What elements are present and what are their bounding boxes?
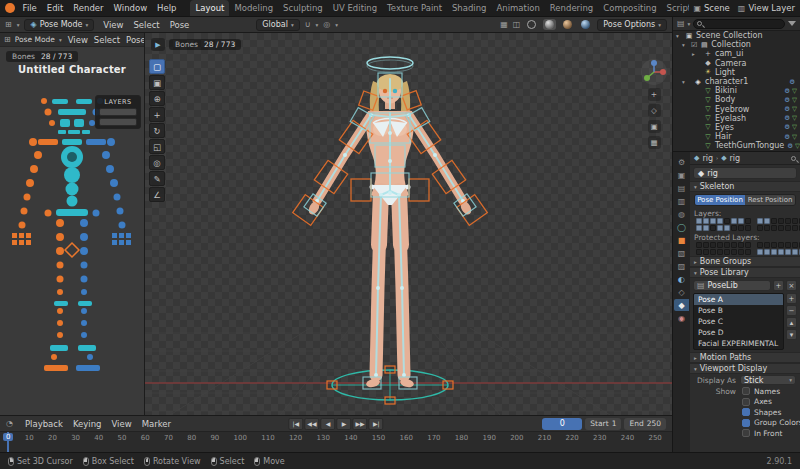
layer-toggle[interactable]	[731, 242, 737, 248]
blender-logo-icon[interactable]	[5, 3, 15, 13]
pose-options-dropdown[interactable]: Pose Options ▾	[597, 19, 667, 31]
view-layer-selector[interactable]: ▥ View Layer	[738, 3, 795, 13]
transport-button[interactable]: ◀◀	[304, 418, 319, 430]
shading-wireframe-button[interactable]	[525, 19, 538, 30]
layer-toggle[interactable]	[710, 242, 716, 248]
layer-toggle[interactable]	[745, 225, 751, 231]
layer-toggle[interactable]	[757, 249, 763, 255]
checkbox[interactable]	[742, 398, 750, 406]
pose-move-up-button[interactable]: ▴	[786, 317, 797, 328]
current-frame-field[interactable]: 0	[542, 418, 582, 430]
rig-panel-menu-item[interactable]: View	[66, 35, 90, 45]
layer-toggle[interactable]	[785, 225, 791, 231]
outliner-row[interactable]: ▽ Eyes ⚙ ▽	[673, 123, 800, 132]
poselib-name-field[interactable]: ▤ PoseLib	[693, 280, 771, 291]
timeline-menu-item[interactable]: Playback	[21, 419, 67, 429]
layer-toggle[interactable]	[764, 249, 770, 255]
transport-button[interactable]: ▶|	[369, 418, 384, 430]
menu-item[interactable]: Render	[69, 3, 107, 13]
tab-view-layer[interactable]: ▥	[674, 195, 689, 207]
modifier-icon[interactable]: ⚙	[787, 142, 793, 150]
layer-toggle[interactable]	[757, 225, 763, 231]
layer-toggle[interactable]	[717, 249, 723, 255]
tool-rotate[interactable]: ↻	[149, 123, 165, 138]
outliner-row[interactable]: ▽ Hair ⚙ ▽	[673, 132, 800, 141]
rig-panel-mode-label[interactable]: Pose Mode	[15, 35, 55, 44]
transport-button[interactable]: |◀	[288, 418, 303, 430]
layer-toggle[interactable]	[717, 218, 723, 224]
layer-toggle[interactable]	[757, 242, 763, 248]
transport-button[interactable]: ▶▶	[353, 418, 368, 430]
outliner-search-input[interactable]	[693, 19, 785, 29]
outliner-editor-icon[interactable]: ▤	[677, 19, 685, 28]
outliner-row[interactable]: ▽ Eyebrow ⚙ ▽	[673, 105, 800, 114]
workspace-tab[interactable]: Modeling	[229, 0, 278, 16]
mesh-data-icon[interactable]: ▽	[792, 96, 797, 104]
tool-measure[interactable]: ∠	[149, 187, 165, 202]
tool-scale[interactable]: ◱	[149, 139, 165, 154]
modifier-icon[interactable]: ⚙	[784, 105, 790, 113]
search-icon[interactable]	[791, 156, 796, 161]
timeline-menu-item[interactable]: Keying	[69, 419, 106, 429]
timeline-menu-item[interactable]: View	[107, 419, 135, 429]
workspace-tab[interactable]: Layout	[190, 0, 229, 16]
tab-constraints[interactable]: ◇	[674, 286, 689, 298]
timeline-editor-icon[interactable]: ◔	[6, 419, 13, 428]
tab-particles[interactable]: ▨	[674, 260, 689, 272]
checkbox[interactable]	[742, 429, 750, 437]
pose-list-item[interactable]: Pose B	[694, 305, 783, 316]
tab-output[interactable]: ▤	[674, 182, 689, 194]
section-bone-groups[interactable]: ▸ Bone Groups	[690, 256, 800, 267]
tool-annotate[interactable]: ✎	[149, 171, 165, 186]
workspace-tab[interactable]: Sculpting	[278, 0, 328, 16]
disclosure-icon[interactable]: ▾	[682, 79, 688, 85]
layer-toggle[interactable]	[696, 225, 702, 231]
disclosure-icon[interactable]: ▾	[682, 42, 688, 48]
snap-magnet-icon[interactable]: ∪	[305, 20, 311, 29]
scene-3d-view[interactable]	[145, 33, 672, 415]
layer-toggle[interactable]	[703, 249, 709, 255]
pose-list-item[interactable]: Pose C	[694, 316, 783, 327]
rig-layer-preset-button[interactable]	[99, 118, 137, 126]
pose-add-button[interactable]: +	[786, 293, 797, 304]
layer-toggle[interactable]	[738, 242, 744, 248]
workspace-tab[interactable]: Texture Paint	[382, 0, 447, 16]
layer-toggle[interactable]	[778, 242, 784, 248]
disclosure-icon[interactable]: ▸	[692, 51, 698, 57]
filter-icon[interactable]	[788, 21, 796, 26]
timeline-menu-item[interactable]: Marker	[138, 419, 175, 429]
mesh-data-icon[interactable]: ▽	[792, 133, 797, 141]
viewport-menu-item[interactable]: View	[99, 20, 127, 30]
pose-mode-mini-icon[interactable]: ▶	[151, 38, 165, 51]
orientation-dropdown[interactable]: Global ▾	[256, 19, 299, 31]
workspace-tab[interactable]: Animation	[492, 0, 545, 16]
layer-toggle[interactable]	[731, 249, 737, 255]
layer-toggle[interactable]	[771, 249, 777, 255]
layer-toggle[interactable]	[703, 242, 709, 248]
layer-toggle[interactable]	[710, 225, 716, 231]
section-pose-library[interactable]: ▾ Pose Library	[690, 267, 800, 278]
start-frame-field[interactable]: Start 1	[585, 418, 621, 430]
perspective-toggle-button[interactable]: ▦	[648, 136, 661, 149]
pose-list-item[interactable]: Pose A	[694, 294, 783, 305]
layer-toggle[interactable]	[738, 225, 744, 231]
workspace-tab[interactable]: UV Editing	[328, 0, 382, 16]
rest-position-button[interactable]: Rest Position	[745, 195, 795, 205]
workspace-tab[interactable]: Scripting	[662, 0, 690, 16]
pose-position-button[interactable]: Pose Position	[695, 195, 745, 205]
workspace-tab[interactable]: Shading	[447, 0, 492, 16]
modifier-icon[interactable]: ⚙	[784, 114, 790, 122]
rig-panel-menu-item[interactable]: Select	[92, 35, 122, 45]
mode-dropdown[interactable]: ◈ Pose Mode ▾	[24, 19, 94, 31]
checkbox[interactable]	[742, 419, 750, 427]
tab-tool[interactable]: ⚙	[674, 156, 689, 168]
zoom-button[interactable]: +	[648, 88, 661, 101]
section-motion-paths[interactable]: ▸ Motion Paths	[690, 352, 800, 363]
layer-toggle[interactable]	[710, 249, 716, 255]
editor-type-icon[interactable]: ⊞	[4, 35, 11, 44]
layer-toggle[interactable]	[738, 218, 744, 224]
xray-toggle-icon[interactable]: ▦	[500, 20, 508, 29]
proportional-edit-icon[interactable]: ◎	[323, 20, 330, 29]
pan-button[interactable]: ◇	[648, 104, 661, 117]
section-skeleton[interactable]: ▾ Skeleton	[690, 181, 800, 192]
